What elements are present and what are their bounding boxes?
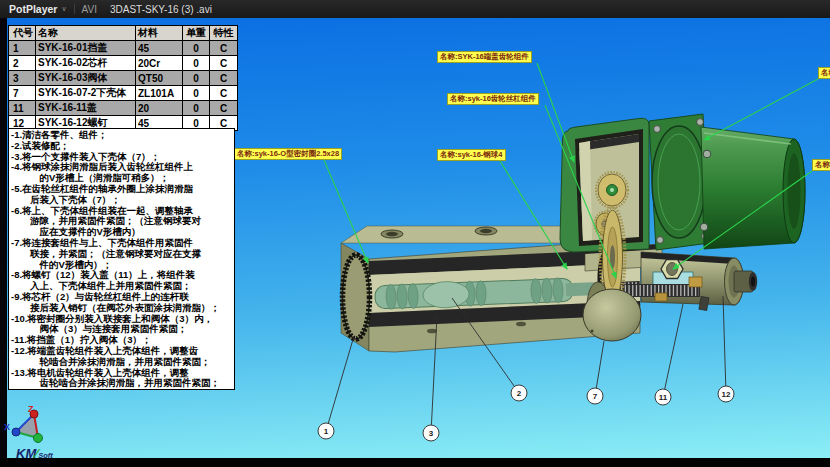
electric-motor <box>700 127 805 249</box>
chevron-down-icon[interactable]: ∨ <box>61 5 66 13</box>
callout-label: 名称 <box>812 159 830 171</box>
km-soft-logo: KM ⁄ Soft <box>16 446 53 461</box>
callout-label: 名称 <box>818 67 830 79</box>
table-cell: 45 <box>136 41 183 56</box>
instruction-line: -2.试装修配； <box>11 141 234 152</box>
table-cell: C <box>210 56 238 71</box>
table-cell: 7 <box>9 86 36 101</box>
table-cell: 0 <box>183 71 210 86</box>
table-cell: QT50 <box>136 71 183 86</box>
table-cell: SYK-16-03阀体 <box>36 71 136 86</box>
table-cell: SYK-16-11盖 <box>36 101 136 116</box>
table-header-cell: 特性 <box>210 26 238 41</box>
table-cell: 0 <box>183 101 210 116</box>
assembly-instructions-box: -1.清洁各零件、组件；-2.试装修配；-3.将一个支撑件装入下壳体（7）；-4… <box>8 128 235 390</box>
table-row: 7SYK-16-07-2下壳体ZL101A0C <box>9 86 238 101</box>
letterbox-bottom <box>0 458 830 467</box>
callout-label: 名称:syk-16齿轮丝杠组件 <box>447 93 539 105</box>
axis-y-ball <box>34 434 43 443</box>
potplayer-window: PotPlayer ∨ AVI 3DAST-SKY-16 (3) .avi <box>0 0 830 467</box>
balloon-number: 7 <box>593 392 598 401</box>
table-header-cell: 材料 <box>136 26 183 41</box>
balloon-number: 11 <box>659 393 668 402</box>
table-row: 3SYK-16-03阀体QT500C <box>9 71 238 86</box>
table-cell: C <box>210 101 238 116</box>
table-cell: 20 <box>136 101 183 116</box>
axis-x-ball <box>12 428 20 436</box>
callout-label: 名称:SYK-16端盖齿轮组件 <box>437 51 532 63</box>
table-row: 2SYK-16-02芯杆20Cr0C <box>9 56 238 71</box>
instruction-line: 轮啮合并涂抹润滑脂，并用紧固件紧固； <box>11 357 234 368</box>
table-header-cell: 名称 <box>36 26 136 41</box>
table-header-cell: 单重 <box>183 26 210 41</box>
table-cell: SYK-16-02芯杆 <box>36 56 136 71</box>
table-cell: 0 <box>183 41 210 56</box>
balloon-number: 12 <box>722 390 731 399</box>
orientation-triad: Z X <box>4 404 43 443</box>
instruction-line: 后装入下壳体（7）； <box>11 195 234 206</box>
titlebar-divider <box>74 4 75 14</box>
table-cell: 0 <box>183 56 210 71</box>
instruction-line: 联接，并紧固；（注意钢球要对应在支撑 <box>11 249 234 260</box>
video-filename: 3DAST-SKY-16 (3) .avi <box>110 4 212 15</box>
table-row: 1SYK-16-01挡盖450C <box>9 41 238 56</box>
table-cell: C <box>210 41 238 56</box>
callout-label: 名称:syk-16-钢球4 <box>437 149 506 161</box>
parts-table-header: 代号名称材料单重特性 <box>9 26 238 41</box>
table-cell: 0 <box>183 86 210 101</box>
app-title[interactable]: PotPlayer <box>9 3 57 15</box>
table-row: 11SYK-16-11盖200C <box>9 101 238 116</box>
table-cell: 20Cr <box>136 56 183 71</box>
table-cell: SYK-16-07-2下壳体 <box>36 86 136 101</box>
callout-label: 名称:syk-16-O型密封圈2.5x28 <box>234 148 342 160</box>
titlebar[interactable]: PotPlayer ∨ AVI 3DAST-SKY-16 (3) .avi <box>0 0 830 18</box>
table-cell: SYK-16-01挡盖 <box>36 41 136 56</box>
balloon-number: 3 <box>429 429 434 438</box>
logo-soft-text: Soft <box>38 451 53 460</box>
table-cell: 1 <box>9 41 36 56</box>
table-cell: ZL101A <box>136 86 183 101</box>
balloon-number: 2 <box>517 389 522 398</box>
balloon-number: 1 <box>324 427 329 436</box>
axis-x-label: X <box>4 422 10 432</box>
table-cell: 11 <box>9 101 36 116</box>
table-cell: C <box>210 86 238 101</box>
table-cell: 3 <box>9 71 36 86</box>
axis-z-label: Z <box>28 404 34 414</box>
instruction-line: 接后装入销钉（在阀芯外表面涂抹润滑脂）； <box>11 303 234 314</box>
table-cell: 2 <box>9 56 36 71</box>
assembly-3d-model <box>341 114 805 352</box>
logo-accent-mark: ⁄ <box>35 447 37 461</box>
table-header-cell: 代号 <box>9 26 36 41</box>
parts-table: 代号名称材料单重特性 1SYK-16-01挡盖450C2SYK-16-02芯杆2… <box>8 25 238 131</box>
format-badge: AVI <box>82 4 97 15</box>
parts-table-body: 1SYK-16-01挡盖450C2SYK-16-02芯杆20Cr0C3SYK-1… <box>9 41 238 131</box>
table-cell: C <box>210 71 238 86</box>
logo-km-text: KM <box>16 446 36 461</box>
instruction-line: 齿轮啮合并涂抹润滑脂，并用紧固件紧固； <box>11 378 234 389</box>
